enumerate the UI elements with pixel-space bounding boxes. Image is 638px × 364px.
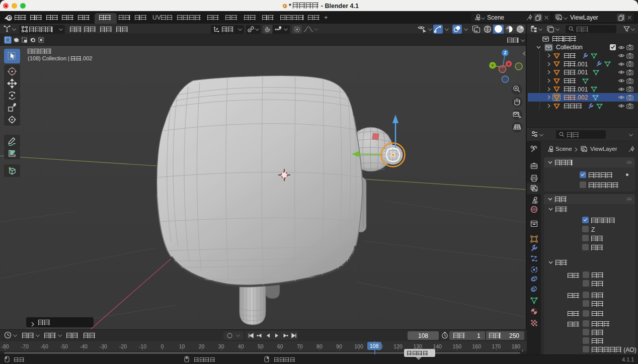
svg-text:Y: Y [491,63,494,68]
svg-text:X: X [507,62,510,66]
svg-text:Z: Z [504,50,506,55]
